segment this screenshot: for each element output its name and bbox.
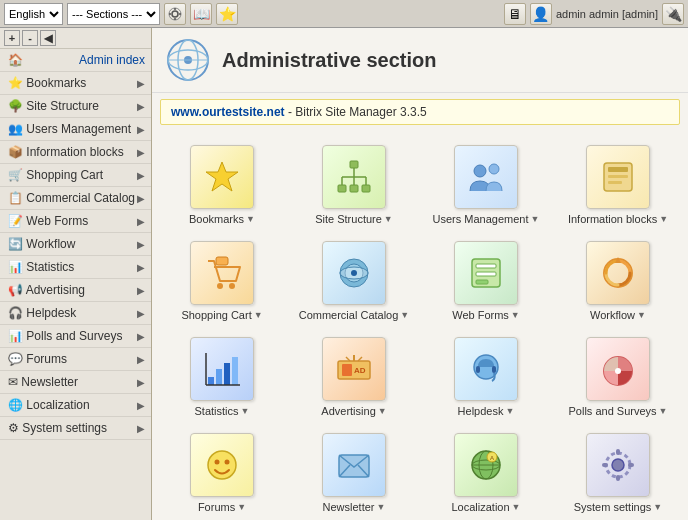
shopping-cart-label: Shopping Cart [26, 168, 103, 182]
star-icon-btn[interactable]: ⭐ [216, 3, 238, 25]
grid-item-forums[interactable]: Forums ▼ [156, 425, 288, 520]
svg-text:AD: AD [354, 366, 366, 375]
svg-rect-13 [338, 185, 346, 192]
newsletter-arrow: ▶ [137, 377, 145, 388]
system-settings-grid-arrow[interactable]: ▼ [653, 502, 662, 512]
bookmarks-arrow: ▶ [137, 78, 145, 89]
sidebar-item-commercial-catalog[interactable]: 📋 Commercial Catalog ▶ [0, 187, 151, 210]
grid-item-newsletter[interactable]: Newsletter ▼ [288, 425, 420, 520]
sidebar-item-system-settings[interactable]: ⚙ System settings ▶ [0, 417, 151, 440]
toolbar-right: 🖥 👤 admin admin [admin] 🔌 [504, 3, 684, 25]
newsletter-grid-arrow[interactable]: ▼ [377, 502, 386, 512]
language-select[interactable]: English [4, 3, 63, 25]
forums-label: Forums [26, 352, 67, 366]
newsletter-grid-label: Newsletter [323, 501, 375, 513]
svg-point-57 [208, 451, 236, 479]
sidebar-item-workflow[interactable]: 🔄 Workflow ▶ [0, 233, 151, 256]
grid-item-localization[interactable]: A Localization ▼ [420, 425, 552, 520]
main-layout: + - ◀ 🏠 Admin index ⭐ Bookmarks ▶ 🌳 Site… [0, 28, 688, 520]
grid-item-workflow[interactable]: Workflow ▼ [552, 233, 684, 329]
helpdesk-label: Helpdesk [26, 306, 76, 320]
logout-icon[interactable]: 🔌 [662, 3, 684, 25]
svg-rect-29 [216, 257, 228, 265]
sidebar-item-information-blocks[interactable]: 📦 Information blocks ▶ [0, 141, 151, 164]
svg-rect-74 [628, 463, 634, 467]
sidebar-item-localization[interactable]: 🌐 Localization ▶ [0, 394, 151, 417]
helpdesk-grid-icon [454, 337, 518, 401]
sidebar-item-newsletter[interactable]: ✉ Newsletter ▶ [0, 371, 151, 394]
admin-index-link[interactable]: Admin index [79, 53, 145, 67]
workflow-grid-arrow[interactable]: ▼ [637, 310, 646, 320]
svg-rect-37 [476, 280, 488, 284]
advertising-grid-arrow[interactable]: ▼ [378, 406, 387, 416]
statistics-grid-arrow[interactable]: ▼ [241, 406, 250, 416]
sidebar-item-users-management[interactable]: 👥 Users Management ▶ [0, 118, 151, 141]
content-header: Administrative section [152, 28, 688, 93]
grid-item-site-structure[interactable]: Site Structure ▼ [288, 137, 420, 233]
settings-icon-btn[interactable] [164, 3, 186, 25]
sidebar-item-bookmarks[interactable]: ⭐ Bookmarks ▶ [0, 72, 151, 95]
grid-item-advertising[interactable]: AD Advertising ▼ [288, 329, 420, 425]
content-area: Administrative section www.ourtestsite.n… [152, 28, 688, 520]
svg-rect-24 [608, 167, 628, 172]
grid-item-bookmarks[interactable]: Bookmarks ▼ [156, 137, 288, 233]
grid-item-users-management[interactable]: Users Management ▼ [420, 137, 552, 233]
user-icon[interactable]: 👤 [530, 3, 552, 25]
section-select[interactable]: --- Sections --- [67, 3, 160, 25]
sidebar-item-statistics[interactable]: 📊 Statistics ▶ [0, 256, 151, 279]
site-structure-grid-arrow[interactable]: ▼ [384, 214, 393, 224]
grid-item-polls-surveys[interactable]: Polls and Surveys ▼ [552, 329, 684, 425]
web-forms-grid-arrow[interactable]: ▼ [511, 310, 520, 320]
sidebar-item-advertising[interactable]: 📢 Advertising ▶ [0, 279, 151, 302]
localization-grid-arrow[interactable]: ▼ [512, 502, 521, 512]
web-forms-grid-icon [454, 241, 518, 305]
grid-item-system-settings[interactable]: System settings ▼ [552, 425, 684, 520]
collapse-controls: + - ◀ [0, 28, 151, 49]
site-structure-grid-icon [322, 145, 386, 209]
bookmarks-grid-arrow[interactable]: ▼ [246, 214, 255, 224]
collapse-btn[interactable]: - [22, 30, 38, 46]
grid-item-web-forms[interactable]: Web Forms ▼ [420, 233, 552, 329]
polls-surveys-grid-label: Polls and Surveys [569, 405, 657, 417]
grid-item-helpdesk[interactable]: Helpdesk ▼ [420, 329, 552, 425]
bookmarks-grid-icon [190, 145, 254, 209]
sidebar-item-admin-index[interactable]: 🏠 Admin index [0, 49, 151, 72]
monitor-icon[interactable]: 🖥 [504, 3, 526, 25]
shopping-cart-grid-arrow[interactable]: ▼ [254, 310, 263, 320]
expand-btn[interactable]: + [4, 30, 20, 46]
hide-btn[interactable]: ◀ [40, 30, 56, 46]
book-icon-btn[interactable]: 📖 [190, 3, 212, 25]
localization-label: Localization [26, 398, 89, 412]
grid-item-commercial-catalog[interactable]: Commercial Catalog ▼ [288, 233, 420, 329]
polls-surveys-grid-arrow[interactable]: ▼ [659, 406, 668, 416]
sidebar-item-polls-surveys[interactable]: 📊 Polls and Surveys ▶ [0, 325, 151, 348]
admin-index-icon: 🏠 [8, 53, 23, 67]
sidebar: + - ◀ 🏠 Admin index ⭐ Bookmarks ▶ 🌳 Site… [0, 28, 152, 520]
helpdesk-grid-arrow[interactable]: ▼ [505, 406, 514, 416]
information-blocks-grid-arrow[interactable]: ▼ [659, 214, 668, 224]
commercial-catalog-grid-icon [322, 241, 386, 305]
svg-point-56 [615, 368, 621, 374]
statistics-label: Statistics [26, 260, 74, 274]
workflow-label: Workflow [26, 237, 75, 251]
grid-item-shopping-cart[interactable]: Shopping Cart ▼ [156, 233, 288, 329]
localization-grid-label: Localization [451, 501, 509, 513]
localization-grid-icon: A [454, 433, 518, 497]
svg-point-22 [489, 164, 499, 174]
grid-item-information-blocks[interactable]: Information blocks ▼ [552, 137, 684, 233]
advertising-arrow: ▶ [137, 285, 145, 296]
sidebar-item-site-structure[interactable]: 🌳 Site Structure ▶ [0, 95, 151, 118]
sidebar-item-forums[interactable]: 💬 Forums ▶ [0, 348, 151, 371]
users-management-grid-icon [454, 145, 518, 209]
sidebar-item-web-forms[interactable]: 📝 Web Forms ▶ [0, 210, 151, 233]
svg-rect-72 [616, 475, 620, 481]
commercial-catalog-grid-arrow[interactable]: ▼ [400, 310, 409, 320]
forums-grid-arrow[interactable]: ▼ [237, 502, 246, 512]
information-blocks-label: Information blocks [26, 145, 123, 159]
sidebar-item-helpdesk[interactable]: 🎧 Helpdesk ▶ [0, 302, 151, 325]
workflow-grid-icon [586, 241, 650, 305]
users-management-grid-arrow[interactable]: ▼ [531, 214, 540, 224]
grid-item-statistics[interactable]: Statistics ▼ [156, 329, 288, 425]
system-settings-grid-label: System settings [574, 501, 652, 513]
sidebar-item-shopping-cart[interactable]: 🛒 Shopping Cart ▶ [0, 164, 151, 187]
